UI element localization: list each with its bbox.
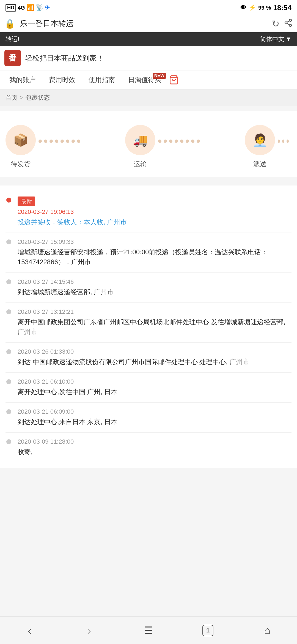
timeline-entry-2: 2020-03-27 14:15:46 到达增城新塘速递经营部, 广州市 <box>6 273 292 303</box>
dot <box>180 140 183 143</box>
step-transport-label: 运输 <box>134 160 147 168</box>
dot <box>77 140 80 143</box>
site-header: 番 轻松把日本商品送到家！ <box>0 46 297 70</box>
timeline-dot-col-7 <box>6 438 12 457</box>
timeline-time-3: 2020-03-27 13:12:21 <box>18 308 292 315</box>
dot <box>72 140 75 143</box>
nav-item-fees[interactable]: 费用时效 <box>42 70 82 89</box>
timeline-dot-4 <box>6 349 11 354</box>
step-delivery-circle: 🧑‍💼 <box>245 125 275 155</box>
timeline-dot-1 <box>6 239 11 244</box>
dot <box>197 140 200 143</box>
timeline-content-latest: 最新 2020-03-27 19:06:13 投递并签收，签收人：本人收, 广州… <box>18 197 292 227</box>
timeline-entry-5: 2020-03-21 06:10:00 离开处理中心,发往中国 广州, 日本 <box>6 373 292 403</box>
timeline-section: 最新 2020-03-27 19:06:13 投递并签收，签收人：本人收, 广州… <box>0 185 297 468</box>
status-bar-left: HD 4G 📶 📡 ✈ <box>6 4 50 12</box>
lock-icon: 🔒 <box>4 18 15 29</box>
status-bar-right: 👁 ⚡ 99 % 18:54 <box>240 4 292 12</box>
timeline-desc-5: 离开处理中心,发往中国 广州, 日本 <box>18 387 292 397</box>
share-icon[interactable] <box>284 18 293 29</box>
dot <box>55 140 58 143</box>
timeline-time-2: 2020-03-27 14:15:46 <box>18 278 292 285</box>
step-pending-circle: 📦 <box>6 125 36 155</box>
nav-item-shopping[interactable]: 日淘值得买 NEW <box>122 70 168 89</box>
timeline-content-7: 2020-03-09 11:28:00 收寄, <box>18 438 292 457</box>
breadcrumb: 首页 > 包裹状态 <box>0 90 297 106</box>
eye-icon: 👁 <box>240 4 246 11</box>
timeline-dot-5 <box>6 379 11 384</box>
timeline-desc-2: 到达增城新塘速递经营部, 广州市 <box>18 287 292 297</box>
dot <box>164 140 167 143</box>
timeline-dot-7 <box>6 439 11 444</box>
breadcrumb-home[interactable]: 首页 <box>6 94 18 102</box>
timeline-desc-1: 增城新塘速递经营部安排投递，预计21:00:00前投递（投递员姓名：温达兴联系电… <box>18 247 292 267</box>
timeline-entry-3: 2020-03-27 13:12:21 离开中国邮政集团公司广东省广州邮区中心局… <box>6 303 292 343</box>
timeline-dot-col-3 <box>6 308 12 337</box>
dot <box>282 140 284 143</box>
breadcrumb-separator: > <box>20 94 23 101</box>
hd-badge: HD <box>6 4 16 12</box>
dot <box>44 140 47 143</box>
latest-badge: 最新 <box>18 197 35 206</box>
timeline-entry-7: 2020-03-09 11:28:00 收寄, <box>6 433 292 462</box>
nav-item-account[interactable]: 我的账户 <box>3 70 42 89</box>
progress-section: 📦 待发货 🚚 运输 <box>0 114 297 177</box>
chevron-down-icon: ▼ <box>285 36 292 43</box>
progress-steps: 📦 待发货 🚚 运输 <box>6 125 292 168</box>
dot <box>175 140 178 143</box>
step-pending: 📦 待发货 <box>6 125 36 168</box>
timeline-dot-col-5 <box>6 378 12 397</box>
timeline-content-5: 2020-03-21 06:10:00 离开处理中心,发往中国 广州, 日本 <box>18 378 292 397</box>
svg-point-0 <box>289 19 292 21</box>
battery-indicator: 99 % <box>258 4 271 11</box>
step-delivery: 🧑‍💼 派送 <box>245 125 275 168</box>
dot <box>191 140 194 143</box>
step-delivery-label: 派送 <box>253 160 266 168</box>
step-transport: 🚚 运输 <box>125 125 155 168</box>
spacer-2 <box>0 111 297 114</box>
dots-1 <box>36 140 125 154</box>
timeline-dot-active <box>6 198 11 203</box>
delivery-person-icon: 🧑‍💼 <box>252 133 268 147</box>
url-text[interactable]: 乐一番日本转运 <box>20 18 267 29</box>
dot <box>287 140 289 143</box>
refresh-icon[interactable]: ↻ <box>272 18 279 29</box>
site-logo[interactable]: 番 <box>4 50 21 66</box>
main-nav: 我的账户 费用时效 使用指南 日淘值得买 NEW <box>0 70 297 90</box>
status-bar: HD 4G 📶 📡 ✈ 👁 ⚡ 99 % 18:54 <box>0 0 297 15</box>
timeline-time-6: 2020-03-21 06:09:00 <box>18 408 292 415</box>
cart-icon[interactable] <box>168 74 180 86</box>
top-nav-right[interactable]: 简体中文 ▼ <box>260 35 292 43</box>
timeline-content-1: 2020-03-27 15:09:33 增城新塘速递经营部安排投递，预计21:0… <box>18 238 292 267</box>
dot <box>50 140 53 143</box>
timeline-time-4: 2020-03-26 01:33:00 <box>18 348 292 355</box>
dot <box>66 140 69 143</box>
dots-2 <box>155 140 245 154</box>
top-nav-bar: 转运! 简体中文 ▼ <box>0 32 297 46</box>
dot <box>186 140 189 143</box>
timeline-time-5: 2020-03-21 06:10:00 <box>18 378 292 385</box>
svg-line-4 <box>287 21 289 22</box>
dots-3 <box>275 140 292 154</box>
step-transport-circle: 🚚 <box>125 125 155 155</box>
nav-item-guide[interactable]: 使用指南 <box>82 70 122 89</box>
timeline-desc-0: 投递并签收，签收人：本人收, 广州市 <box>18 217 292 227</box>
dot <box>169 140 172 143</box>
signal-bars-icon: 📶 <box>27 4 34 11</box>
time-display: 18:54 <box>273 4 292 12</box>
site-tagline: 轻松把日本商品送到家！ <box>25 53 293 63</box>
timeline-time-1: 2020-03-27 15:09:33 <box>18 238 292 245</box>
timeline-entry-1: 2020-03-27 15:09:33 增城新塘速递经营部安排投递，预计21:0… <box>6 233 292 273</box>
timeline-dot-2 <box>6 279 11 284</box>
top-nav-left-text: 转运! <box>6 35 19 43</box>
timeline-dot-col-2 <box>6 278 12 297</box>
dot <box>278 140 280 143</box>
timeline-dot-col-4 <box>6 348 12 367</box>
svg-point-1 <box>285 22 287 24</box>
timeline-content-4: 2020-03-26 01:33:00 到达 中国邮政速递物流股份有限公司广州市… <box>18 348 292 367</box>
dot <box>61 140 64 143</box>
timeline-content-3: 2020-03-27 13:12:21 离开中国邮政集团公司广东省广州邮区中心局… <box>18 308 292 337</box>
timeline-desc-6: 到达处理中心,来自日本 东京, 日本 <box>18 417 292 427</box>
timeline-entry-6: 2020-03-21 06:09:00 到达处理中心,来自日本 东京, 日本 <box>6 403 292 433</box>
logo-text: 番 <box>9 53 16 63</box>
